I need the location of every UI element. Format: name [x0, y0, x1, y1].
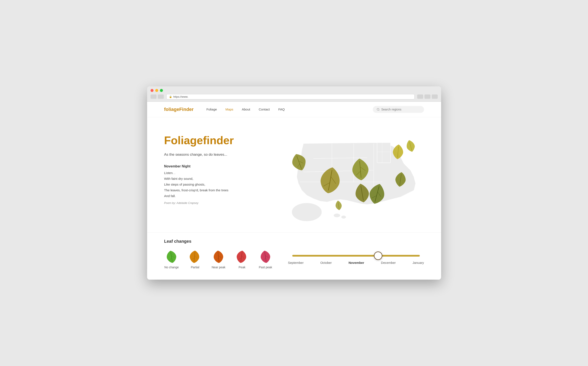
leaf-label-peak: Peak	[239, 266, 245, 269]
browser-chrome: 🔒 https://www.	[147, 86, 441, 102]
page-title: Foliagefinder	[164, 134, 273, 146]
back-button[interactable]	[150, 94, 157, 99]
poem-line-5: And fall.	[164, 193, 273, 199]
menu-button[interactable]	[432, 94, 438, 99]
leaf-item-near-peak: Near peak	[211, 250, 226, 269]
leaf-small	[335, 200, 342, 211]
poem-title: November Night	[164, 164, 273, 168]
poem-attribution: Poem by: Adelaide Crapsey	[164, 201, 273, 205]
slider-section: September October November December Janu…	[275, 255, 424, 265]
leaf-label-near-peak: Near peak	[212, 266, 226, 269]
leaf-legend: No change	[164, 250, 275, 269]
map-area	[273, 130, 424, 224]
forward-button[interactable]	[158, 94, 164, 99]
leaf-item-past-peak: Past peak	[258, 250, 273, 269]
logo[interactable]: foliageFinder	[164, 107, 194, 112]
leaf-label-past-peak: Past peak	[259, 266, 272, 269]
window-controls	[150, 89, 438, 92]
nav-faq[interactable]: FAQ	[278, 107, 285, 111]
leaf-changes-title: Leaf changes	[164, 239, 424, 244]
usa-map[interactable]	[273, 130, 424, 224]
hero-subtitle: As the seasons change, so do leaves...	[164, 152, 273, 157]
navbar: foliageFinder Foliage Maps About Contact…	[147, 102, 441, 117]
poem-line-3: Like steps of passing ghosts,	[164, 182, 273, 187]
leaf-icon-amber	[188, 250, 203, 263]
leaf-label-partial: Partial	[191, 266, 199, 269]
leaf-icon-red	[235, 250, 250, 263]
slider-thumb[interactable]	[374, 252, 382, 260]
month-january[interactable]: January	[413, 261, 424, 265]
close-button[interactable]	[150, 89, 154, 92]
leaf-label-no-change: No change	[165, 266, 179, 269]
svg-point-12	[341, 215, 346, 219]
browser-window: 🔒 https://www. foliageFinder Foliage Map…	[147, 86, 441, 280]
maximize-button[interactable]	[160, 89, 163, 92]
browser-toolbar: 🔒 https://www.	[150, 94, 438, 99]
svg-point-0	[377, 108, 379, 110]
search-icon	[377, 108, 380, 111]
slider-months: September October November December Janu…	[288, 261, 424, 265]
svg-rect-7	[377, 143, 391, 163]
svg-point-10	[292, 203, 322, 221]
minimize-button[interactable]	[155, 89, 158, 92]
search-bar[interactable]	[373, 106, 424, 113]
leaf-icon-deep-red	[258, 250, 273, 263]
leaf-item-peak: Peak	[235, 250, 250, 269]
leaf-item-partial: Partial	[188, 250, 203, 269]
search-input[interactable]	[381, 108, 420, 111]
share-button[interactable]	[417, 94, 423, 99]
nav-about[interactable]: About	[242, 107, 250, 111]
month-september[interactable]: September	[288, 261, 304, 265]
tabs-button[interactable]	[424, 94, 431, 99]
nav-contact[interactable]: Contact	[259, 107, 270, 111]
month-november[interactable]: November	[348, 261, 364, 265]
poem-body: Listen. . With faint dry sound, Like ste…	[164, 170, 273, 199]
webpage: foliageFinder Foliage Maps About Contact…	[147, 102, 441, 280]
leaf-changes-section: Leaf changes	[147, 232, 441, 280]
poem-line-1: Listen. .	[164, 170, 273, 176]
month-october[interactable]: October	[320, 261, 332, 265]
leaf-icon-green	[164, 250, 179, 263]
address-bar[interactable]: 🔒 https://www.	[166, 94, 415, 99]
slider-track-container	[288, 255, 424, 257]
nav-foliage[interactable]: Foliage	[206, 107, 217, 111]
poem-line-2: With faint dry sound,	[164, 176, 273, 182]
svg-point-11	[334, 213, 340, 217]
nav-maps[interactable]: Maps	[226, 107, 233, 111]
leaf-icon-orange	[211, 250, 226, 263]
nav-links: Foliage Maps About Contact FAQ	[206, 107, 373, 111]
poem-line-4: The leaves, frost-crisp'd, break from th…	[164, 187, 273, 193]
leaf-section: No change	[164, 250, 424, 269]
hero-section: Foliagefinder As the seasons change, so …	[147, 117, 441, 232]
lock-icon: 🔒	[169, 95, 172, 98]
month-december[interactable]: December	[381, 261, 396, 265]
leaf-ne2	[405, 139, 416, 153]
slider-track[interactable]	[292, 255, 420, 257]
leaf-item-no-change: No change	[164, 250, 179, 269]
browser-nav-buttons	[150, 94, 164, 99]
browser-actions	[417, 94, 438, 99]
hero-text: Foliagefinder As the seasons change, so …	[164, 130, 273, 224]
url-text: https://www.	[173, 95, 188, 98]
